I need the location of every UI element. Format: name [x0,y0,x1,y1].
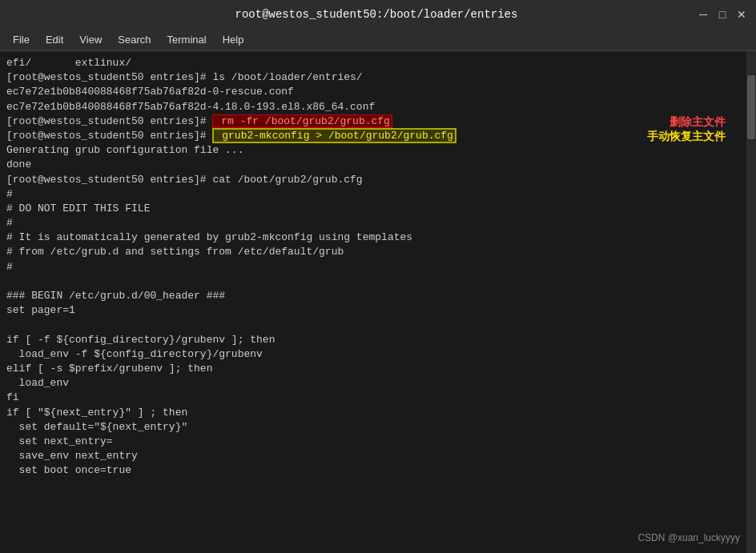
annotation-delete: 删除主文件 [670,114,726,130]
window-title: root@westos_student50:/boot/loader/entri… [56,8,697,21]
delete-command: rm -fr /boot/grub2/grub.cfg [212,114,392,128]
line-saveenv: save_env next_entry [6,449,750,463]
line-hash1: # [6,187,750,202]
restore-command-line: [root@westos_student50 entries]# grub2-m… [6,129,750,143]
line-begin: ### BEGIN /etc/grub.d/00_header ### [6,289,750,303]
line-auto: # It is automatically generated by grub2… [6,230,750,245]
menu-help[interactable]: Help [216,32,251,47]
line-1: efi/ extlinux/ [6,56,750,70]
line-from: # from /etc/grub.d and settings from /et… [6,245,750,259]
line-empty2 [6,318,750,332]
title-bar: root@westos_student50:/boot/loader/entri… [0,0,756,29]
watermark: CSDN @xuan_luckyyyy [637,531,740,545]
close-button[interactable]: ✕ [735,8,748,21]
menu-terminal[interactable]: Terminal [161,32,213,47]
minimize-button[interactable]: ─ [697,8,710,21]
line-empty1 [6,274,750,289]
window-controls[interactable]: ─ □ ✕ [697,8,748,21]
line-done: done [6,158,750,172]
menu-search[interactable]: Search [111,32,157,47]
terminal-body[interactable]: efi/ extlinux/ [root@westos_student50 en… [0,51,756,553]
terminal-window: root@westos_student50:/boot/loader/entri… [0,0,756,553]
line-loadenv2: load_env [6,376,750,391]
menu-file[interactable]: File [6,32,36,47]
line-cat: [root@westos_student50 entries]# cat /bo… [6,173,750,187]
line-setdefault: set default="${next_entry}" [6,420,750,435]
line-gen: Generating grub configuration file ... [6,143,750,158]
delete-command-line: [root@westos_student50 entries]# rm -fr … [6,114,750,129]
line-hash3: # [6,260,750,274]
menu-bar: File Edit View Search Terminal Help [0,29,756,51]
line-hash2: # [6,216,750,230]
scrollbar[interactable] [746,51,756,553]
menu-view[interactable]: View [73,32,108,47]
line-elif: elif [ -s $prefix/grubenv ]; then [6,362,750,376]
line-loadenv1: load_env -f ${config_directory}/grubenv [6,347,750,362]
line-if1: if [ -f ${config_directory}/grubenv ]; t… [6,333,750,347]
line-setnext: set next_entry= [6,435,750,449]
restore-command: grub2-mkconfig > /boot/grub2/grub.cfg [212,128,456,143]
line-setboot: set boot once=true [6,463,750,478]
line-2: [root@westos_student50 entries]# ls /boo… [6,70,750,85]
line-noedit: # DO NOT EDIT THIS FILE [6,202,750,216]
scrollbar-thumb[interactable] [747,75,755,139]
line-3: ec7e72e1b0b840088468f75ab76af82d-0-rescu… [6,85,750,99]
line-4: ec7e72e1b0b840088468f75ab76af82d-4.18.0-… [6,100,750,114]
line-if2: if [ "${next_entry}" ] ; then [6,406,750,420]
menu-edit[interactable]: Edit [39,32,70,47]
annotation-restore: 手动恢复主文件 [647,129,726,145]
line-fi: fi [6,391,750,405]
line-pager: set pager=1 [6,303,750,318]
maximize-button[interactable]: □ [716,8,729,21]
